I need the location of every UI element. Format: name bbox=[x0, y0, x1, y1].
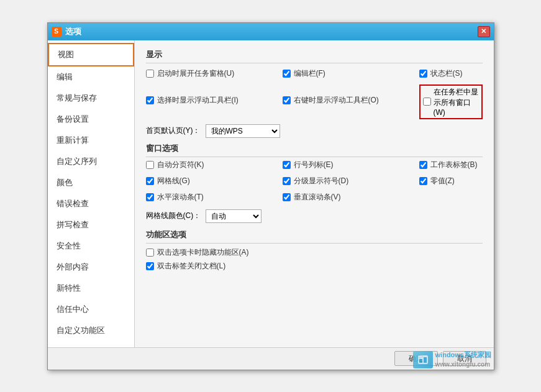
sidebar-item-general-save[interactable]: 常规与保存 bbox=[48, 88, 134, 109]
main-content: 显示 启动时展开任务窗格(U) 编辑栏(F) 状态栏(S) bbox=[135, 40, 494, 347]
window-body: 视图 编辑 常规与保存 备份设置 重新计算 自定义序列 颜色 错误检查 拼写检查… bbox=[48, 40, 494, 347]
sidebar-item-edit[interactable]: 编辑 bbox=[48, 66, 134, 88]
label-status-bar: 状态栏(S) bbox=[430, 68, 463, 79]
sidebar-item-view[interactable]: 视图 bbox=[48, 43, 134, 66]
display-row2: 选择时显示浮动工具栏(I) 右键时显示浮动工具栏(O) 在任务栏中显示所有窗口(… bbox=[146, 84, 483, 119]
checkbox-sheet-tab[interactable] bbox=[419, 161, 427, 169]
win-opt-sheet-tab: 工作表标签(B) bbox=[419, 160, 494, 170]
label-zero-value: 零值(Z) bbox=[430, 176, 455, 186]
win-opt-outline-symbol: 分级显示符号(D) bbox=[283, 176, 419, 186]
label-edit-bar: 编辑栏(F) bbox=[294, 68, 325, 79]
checkbox-vscrollbar[interactable] bbox=[283, 193, 291, 201]
watermark-text: windows系统家园 www.xitongfu.com bbox=[435, 350, 491, 368]
sidebar: 视图 编辑 常规与保存 备份设置 重新计算 自定义序列 颜色 错误检查 拼写检查… bbox=[48, 40, 135, 347]
label-vscrollbar: 垂直滚动条(V) bbox=[294, 192, 341, 203]
label-sheet-tab: 工作表标签(B) bbox=[430, 160, 478, 170]
win-opt-vscroll: 垂直滚动条(V) bbox=[283, 192, 419, 203]
win-opt-row2: 网格线(G) 分级显示符号(D) 零值(Z) bbox=[146, 176, 483, 189]
func-opt-close-tab: 双击标签关闭文档(L) bbox=[146, 261, 483, 271]
options-window: S 选项 ✕ 视图 编辑 常规与保存 备份设置 重新计算 自定义序列 颜色 错误… bbox=[47, 22, 494, 370]
checkbox-zero-value[interactable] bbox=[419, 177, 427, 185]
grid-color-row: 网格线颜色(C)： 自动 黑色 白色 bbox=[146, 209, 483, 223]
checkbox-auto-pagebreak[interactable] bbox=[146, 161, 154, 169]
default-view-dropdown[interactable]: 我的WPS 新建文档 bbox=[206, 124, 280, 138]
default-view-row: 首页默认页(Y)： 我的WPS 新建文档 bbox=[146, 124, 483, 138]
display-option-3: 选择时显示浮动工具栏(I) bbox=[146, 95, 283, 106]
app-icon: S bbox=[52, 27, 61, 37]
checkbox-float-toolbar-rclick[interactable] bbox=[283, 96, 291, 104]
window-title: 选项 bbox=[65, 26, 81, 37]
win-opt-row3: 水平滚动条(T) 垂直滚动条(V) bbox=[146, 192, 483, 206]
title-controls: ✕ bbox=[478, 26, 490, 37]
label-hscrollbar: 水平滚动条(T) bbox=[157, 192, 204, 203]
highlighted-option-5: 在任务栏中显示所有窗口(W) bbox=[419, 84, 483, 119]
watermark: windows系统家园 www.xitongfu.com bbox=[413, 350, 491, 368]
sidebar-item-new-features[interactable]: 新特性 bbox=[48, 278, 134, 299]
label-row-col-header: 行号列标(E) bbox=[294, 160, 334, 170]
svg-rect-2 bbox=[424, 357, 427, 363]
label-close-doc-tab: 双击标签关闭文档(L) bbox=[157, 261, 226, 271]
checkbox-edit-bar[interactable] bbox=[283, 70, 291, 78]
func-section-title: 功能区选项 bbox=[146, 229, 483, 244]
label-hide-ribbon: 双击选项卡时隐藏功能区(A) bbox=[157, 247, 249, 258]
default-view-label: 首页默认页(Y)： bbox=[146, 125, 201, 136]
sidebar-item-quick-access[interactable]: 快速访问工具栏 bbox=[48, 341, 134, 347]
checkbox-show-all-windows[interactable] bbox=[423, 98, 431, 106]
grid-color-label: 网格线颜色(C)： bbox=[146, 211, 201, 221]
close-button[interactable]: ✕ bbox=[478, 26, 490, 37]
sidebar-item-security[interactable]: 安全性 bbox=[48, 235, 134, 257]
sidebar-item-customize-ribbon[interactable]: 自定义功能区 bbox=[48, 320, 134, 341]
label-show-all-windows: 在任务栏中显示所有窗口(W) bbox=[434, 87, 479, 117]
win-opt-auto-page: 自动分页符(K) bbox=[146, 160, 283, 170]
display-row1: 启动时展开任务窗格(U) 编辑栏(F) 状态栏(S) bbox=[146, 68, 483, 82]
win-opt-row1: 自动分页符(K) 行号列标(E) 工作表标签(B) bbox=[146, 160, 483, 173]
win-opt-hscroll: 水平滚动条(T) bbox=[146, 192, 283, 203]
display-option-1: 编辑栏(F) bbox=[283, 68, 419, 79]
sidebar-item-backup[interactable]: 备份设置 bbox=[48, 109, 134, 130]
checkbox-close-doc-tab[interactable] bbox=[146, 262, 154, 270]
sidebar-item-color[interactable]: 颜色 bbox=[48, 172, 134, 193]
label-auto-pagebreak: 自动分页符(K) bbox=[157, 160, 204, 170]
checkbox-status-bar[interactable] bbox=[419, 70, 427, 78]
checkbox-row-col-header[interactable] bbox=[283, 161, 291, 169]
title-bar: S 选项 ✕ bbox=[48, 23, 494, 40]
func-opt-hide-ribbon: 双击选项卡时隐藏功能区(A) bbox=[146, 247, 483, 258]
checkbox-startup-taskpane[interactable] bbox=[146, 70, 154, 78]
watermark-icon bbox=[413, 351, 433, 368]
sidebar-item-recalc[interactable]: 重新计算 bbox=[48, 130, 134, 151]
label-gridline: 网格线(G) bbox=[157, 176, 190, 186]
title-bar-left: S 选项 bbox=[52, 26, 81, 37]
label-float-toolbar-rclick: 右键时显示浮动工具栏(O) bbox=[294, 95, 379, 106]
svg-rect-1 bbox=[419, 359, 422, 363]
display-option-4: 右键时显示浮动工具栏(O) bbox=[283, 95, 419, 106]
checkbox-hide-ribbon[interactable] bbox=[146, 248, 154, 257]
label-outline-symbol: 分级显示符号(D) bbox=[294, 176, 349, 186]
grid-color-dropdown[interactable]: 自动 黑色 白色 bbox=[206, 209, 261, 223]
label-float-toolbar-select: 选择时显示浮动工具栏(I) bbox=[157, 95, 239, 106]
display-section-title: 显示 bbox=[146, 49, 483, 63]
label-startup-taskpane: 启动时展开任务窗格(U) bbox=[157, 68, 235, 79]
checkbox-float-toolbar-select[interactable] bbox=[146, 96, 154, 104]
checkbox-gridline[interactable] bbox=[146, 177, 154, 185]
sidebar-item-custom-seq[interactable]: 自定义序列 bbox=[48, 151, 134, 172]
window-options-title: 窗口选项 bbox=[146, 143, 483, 157]
win-opt-gridline: 网格线(G) bbox=[146, 176, 283, 186]
checkbox-outline-symbol[interactable] bbox=[283, 177, 291, 185]
display-option-0: 启动时展开任务窗格(U) bbox=[146, 68, 283, 79]
sidebar-item-error-check[interactable]: 错误检查 bbox=[48, 193, 134, 214]
sidebar-item-trust-center[interactable]: 信任中心 bbox=[48, 299, 134, 320]
win-opt-zero: 零值(Z) bbox=[419, 176, 494, 186]
checkbox-hscrollbar[interactable] bbox=[146, 193, 154, 201]
display-option-2: 状态栏(S) bbox=[419, 68, 494, 79]
sidebar-item-spell-check[interactable]: 拼写检查 bbox=[48, 214, 134, 235]
win-opt-row-col-header: 行号列标(E) bbox=[283, 160, 419, 170]
sidebar-item-external[interactable]: 外部内容 bbox=[48, 257, 134, 278]
